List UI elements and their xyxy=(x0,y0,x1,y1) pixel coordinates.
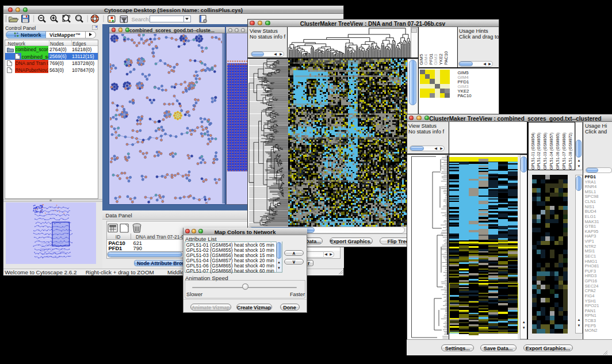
svg-text:GPL51-04 (GSM857): GPL51-04 (GSM857) xyxy=(549,132,554,169)
svg-text:GPL51-08 (GSM872): GPL51-08 (GSM872) xyxy=(568,132,573,169)
svg-text:GPL51-03 (GSM856): GPL51-03 (GSM856) xyxy=(543,132,548,169)
svg-text:GPL51-06 (GSM865): GPL51-06 (GSM865) xyxy=(556,132,560,169)
svg-text:GPL51-07 (GSM868): GPL51-07 (GSM868) xyxy=(562,132,567,169)
svg-text:PAC10: PAC10 xyxy=(443,51,449,65)
svg-text:GPL51-01 (GSM854): GPL51-01 (GSM854) xyxy=(530,132,535,169)
svg-text:GPL51-02 (GSM855): GPL51-02 (GSM855) xyxy=(537,132,541,169)
